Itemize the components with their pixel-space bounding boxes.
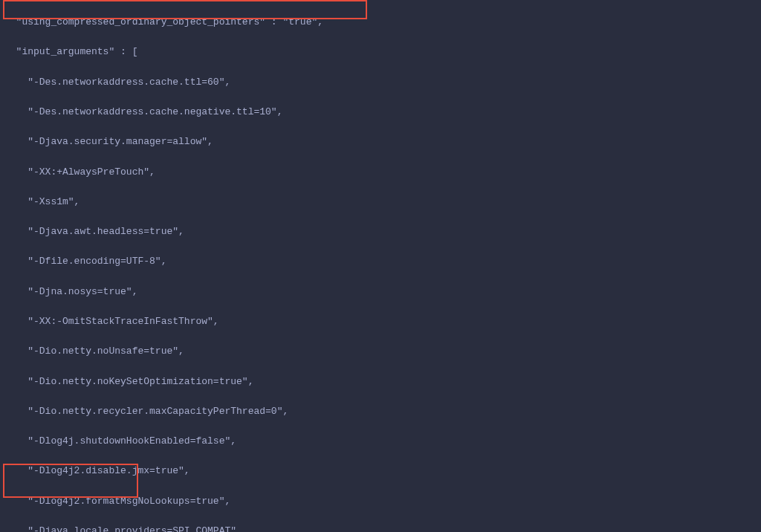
- code-block: "using_compressed_ordinary_object_pointe…: [0, 0, 761, 532]
- code-line: "-Dio.netty.noUnsafe=true",: [4, 344, 757, 359]
- code-line: "-Djava.awt.headless=true",: [4, 224, 757, 239]
- code-line: "-Des.networkaddress.cache.ttl=60",: [4, 75, 757, 90]
- code-line: "-Dio.netty.recycler.maxCapacityPerThrea…: [4, 404, 757, 419]
- code-line: "-Dlog4j2.disable.jmx=true",: [4, 464, 757, 479]
- code-line: "-Dio.netty.noKeySetOptimization=true",: [4, 374, 757, 389]
- code-line: "-Dlog4j2.formatMsgNoLookups=true",: [4, 494, 757, 509]
- code-line: "input_arguments" : [: [4, 45, 757, 59]
- code-line: "-Xss1m",: [4, 195, 757, 210]
- code-line: "-Des.networkaddress.cache.negative.ttl=…: [4, 105, 757, 120]
- code-line: "-Djava.locale.providers=SPI,COMPAT",: [4, 524, 757, 532]
- code-line: "-XX:+AlwaysPreTouch",: [4, 165, 757, 180]
- code-line: "-XX:-OmitStackTraceInFastThrow",: [4, 314, 757, 329]
- code-line: "using_compressed_ordinary_object_pointe…: [4, 15, 757, 30]
- code-line: "-Djava.security.manager=allow",: [4, 134, 757, 149]
- code-line: "-Dfile.encoding=UTF-8",: [4, 254, 757, 269]
- code-line: "-Djna.nosys=true",: [4, 285, 757, 299]
- code-line: "-Dlog4j.shutdownHookEnabled=false",: [4, 434, 757, 449]
